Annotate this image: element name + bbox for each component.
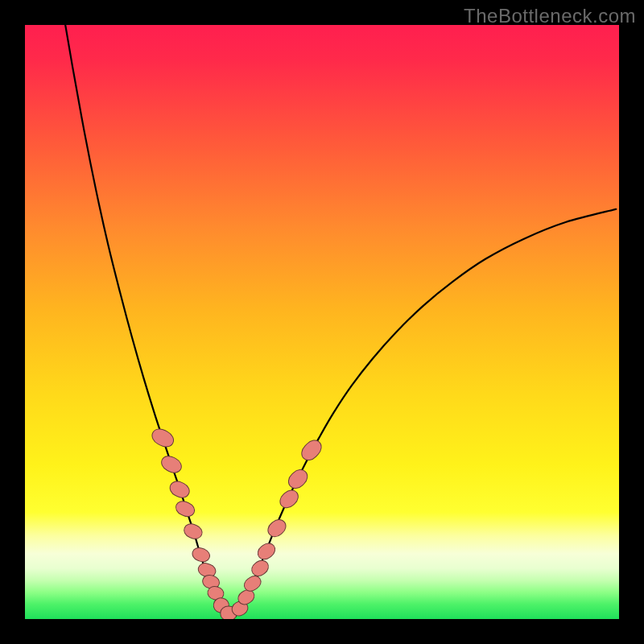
right-curve bbox=[236, 209, 616, 617]
plot-area bbox=[25, 25, 619, 619]
left-curve bbox=[65, 25, 225, 616]
watermark-text: TheBottleneck.com bbox=[464, 5, 636, 27]
chart-stage: TheBottleneck.com bbox=[0, 0, 644, 644]
curve-layer bbox=[25, 25, 619, 619]
